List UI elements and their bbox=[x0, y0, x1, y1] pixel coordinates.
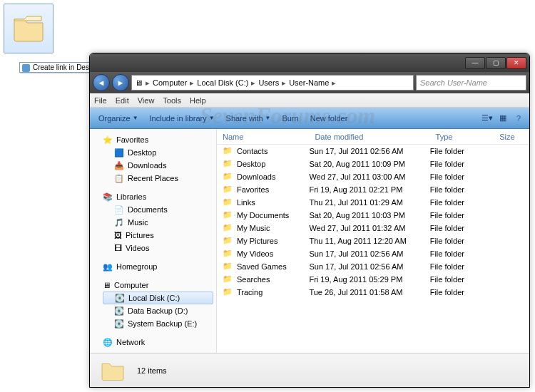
pictures-icon: 🖼 bbox=[114, 231, 122, 239]
drive-icon: 💽 bbox=[115, 294, 125, 303]
file-row[interactable]: 📁ContactsSun 17, Jul 2011 02:56 AMFile f… bbox=[217, 145, 529, 158]
nav-network[interactable]: 🌐Network bbox=[100, 336, 216, 349]
search-input[interactable]: Search User-Name bbox=[416, 75, 526, 91]
file-row[interactable]: 📁My PicturesThu 11, Aug 2011 12:20 AMFil… bbox=[217, 234, 529, 247]
organize-button[interactable]: Organize▼ bbox=[94, 112, 143, 125]
explorer-window: — ▢ ✕ ◄ ► 🖥 ▸ Computer▸ Local Disk (C:)▸… bbox=[89, 53, 530, 388]
nav-local-disk-c[interactable]: 💽Local Disk (C:) bbox=[103, 292, 213, 304]
folder-icon: 📁 bbox=[223, 223, 234, 233]
computer-icon: 🖥 bbox=[135, 78, 143, 87]
downloads-icon: 📥 bbox=[114, 161, 124, 170]
file-row[interactable]: 📁DownloadsWed 27, Jul 2011 03:00 AMFile … bbox=[217, 170, 529, 183]
maximize-button[interactable]: ▢ bbox=[486, 57, 506, 69]
file-type: File folder bbox=[430, 147, 494, 155]
file-name: Saved Games bbox=[237, 262, 287, 271]
desktop-drop-target[interactable] bbox=[0, 0, 71, 71]
file-row[interactable]: 📁TracingTue 26, Jul 2011 01:58 AMFile fo… bbox=[217, 286, 529, 299]
search-placeholder: Search User-Name bbox=[420, 78, 487, 87]
close-button[interactable]: ✕ bbox=[506, 57, 526, 69]
nav-recent[interactable]: 📋Recent Places bbox=[100, 172, 216, 185]
desktop-icon: 🟦 bbox=[114, 148, 124, 158]
col-name[interactable]: Name bbox=[217, 133, 309, 141]
file-date: Fri 19, Aug 2011 05:29 PM bbox=[309, 275, 429, 284]
file-list[interactable]: Name Date modified Type Size 📁ContactsSu… bbox=[217, 129, 529, 353]
file-row[interactable]: 📁DesktopSat 20, Aug 2011 10:09 PMFile fo… bbox=[217, 158, 529, 170]
column-headers[interactable]: Name Date modified Type Size bbox=[217, 129, 529, 145]
nav-downloads[interactable]: 📥Downloads bbox=[100, 159, 216, 172]
menu-help[interactable]: Help bbox=[190, 96, 206, 105]
file-date: Thu 21, Jul 2011 01:29 AM bbox=[309, 198, 429, 207]
libraries-icon: 📚 bbox=[103, 192, 113, 202]
file-name: Favorites bbox=[237, 185, 269, 194]
videos-icon: 🎞 bbox=[114, 244, 122, 252]
view-options-button[interactable]: ☰▾ bbox=[481, 112, 494, 125]
bc-computer[interactable]: Computer bbox=[153, 78, 187, 87]
col-size[interactable]: Size bbox=[494, 133, 529, 141]
menu-edit[interactable]: Edit bbox=[116, 96, 129, 105]
star-icon: ⭐ bbox=[103, 135, 113, 145]
bc-username[interactable]: User-Name bbox=[289, 78, 329, 87]
homegroup-icon: 👥 bbox=[103, 262, 113, 272]
folder-icon: 📁 bbox=[223, 197, 234, 207]
file-date: Sun 17, Jul 2011 02:56 AM bbox=[309, 262, 429, 271]
file-row[interactable]: 📁FavoritesFri 19, Aug 2011 02:21 PMFile … bbox=[217, 183, 529, 196]
file-row[interactable]: 📁LinksThu 21, Jul 2011 01:29 AMFile fold… bbox=[217, 196, 529, 209]
burn-button[interactable]: Burn bbox=[277, 112, 302, 125]
preview-pane-button[interactable]: ▦ bbox=[496, 112, 509, 125]
file-type: File folder bbox=[430, 172, 494, 181]
nav-favorites[interactable]: ⭐Favorites bbox=[100, 133, 216, 146]
nav-libraries[interactable]: 📚Libraries bbox=[100, 190, 216, 203]
folder-icon bbox=[100, 357, 126, 384]
file-date: Sat 20, Aug 2011 10:03 PM bbox=[309, 211, 429, 220]
folder-icon: 📁 bbox=[223, 210, 234, 220]
minimize-button[interactable]: — bbox=[465, 57, 485, 69]
file-date: Tue 26, Jul 2011 01:58 AM bbox=[309, 288, 429, 296]
include-library-button[interactable]: Include in library▼ bbox=[146, 112, 219, 125]
nav-bar: ◄ ► 🖥 ▸ Computer▸ Local Disk (C:)▸ Users… bbox=[90, 72, 529, 93]
file-row[interactable]: 📁SearchesFri 19, Aug 2011 05:29 PMFile f… bbox=[217, 273, 529, 286]
nav-pictures[interactable]: 🖼Pictures bbox=[100, 229, 216, 242]
nav-desktop[interactable]: 🟦Desktop bbox=[100, 146, 216, 159]
share-with-button[interactable]: Share with▼ bbox=[222, 112, 275, 125]
bc-drive[interactable]: Local Disk (C:) bbox=[197, 78, 248, 87]
menu-view[interactable]: View bbox=[138, 96, 155, 105]
file-name: Contacts bbox=[237, 147, 268, 155]
command-bar: Organize▼ Include in library▼ Share with… bbox=[90, 108, 529, 129]
chevron-down-icon: ▼ bbox=[265, 115, 271, 121]
file-type: File folder bbox=[430, 185, 494, 194]
file-row[interactable]: 📁My MusicWed 27, Jul 2011 01:32 AMFile f… bbox=[217, 222, 529, 234]
col-type[interactable]: Type bbox=[430, 133, 494, 141]
file-row[interactable]: 📁My VideosSun 17, Jul 2011 02:56 AMFile … bbox=[217, 247, 529, 260]
nav-videos[interactable]: 🎞Videos bbox=[100, 242, 216, 254]
help-button[interactable]: ? bbox=[512, 112, 525, 125]
file-date: Sun 17, Jul 2011 02:56 AM bbox=[309, 147, 429, 155]
computer-icon: 🖥 bbox=[103, 281, 111, 289]
file-name: My Videos bbox=[237, 249, 273, 258]
menu-bar: File Edit View Tools Help bbox=[90, 93, 529, 108]
file-row[interactable]: 📁Saved GamesSun 17, Jul 2011 02:56 AMFil… bbox=[217, 260, 529, 273]
nav-documents[interactable]: 📄Documents bbox=[100, 203, 216, 216]
col-date[interactable]: Date modified bbox=[309, 133, 429, 141]
nav-system-backup-e[interactable]: 💽System Backup (E:) bbox=[100, 317, 216, 330]
nav-data-backup-d[interactable]: 💽Data Backup (D:) bbox=[100, 304, 216, 317]
file-row[interactable]: 📁My DocumentsSat 20, Aug 2011 10:03 PMFi… bbox=[217, 209, 529, 222]
breadcrumb[interactable]: 🖥 ▸ Computer▸ Local Disk (C:)▸ Users▸ Us… bbox=[131, 75, 414, 91]
menu-file[interactable]: File bbox=[94, 96, 107, 105]
nav-music[interactable]: 🎵Music bbox=[100, 216, 216, 229]
file-date: Wed 27, Jul 2011 03:00 AM bbox=[309, 172, 429, 181]
folder-icon: 📁 bbox=[223, 287, 234, 297]
back-button[interactable]: ◄ bbox=[93, 74, 110, 91]
folder-icon: 📁 bbox=[223, 185, 234, 195]
bc-users[interactable]: Users bbox=[258, 78, 279, 87]
file-name: Tracing bbox=[237, 288, 263, 296]
status-text: 12 items bbox=[137, 366, 167, 375]
menu-tools[interactable]: Tools bbox=[163, 96, 181, 105]
folder-icon: 📁 bbox=[223, 172, 234, 182]
new-folder-button[interactable]: New folder bbox=[306, 112, 352, 125]
nav-homegroup[interactable]: 👥Homegroup bbox=[100, 260, 216, 273]
nav-pane: ⭐Favorites 🟦Desktop 📥Downloads 📋Recent P… bbox=[90, 129, 217, 353]
file-type: File folder bbox=[430, 211, 494, 220]
titlebar[interactable]: — ▢ ✕ bbox=[90, 53, 529, 72]
nav-computer[interactable]: 🖥Computer bbox=[100, 279, 216, 292]
forward-button[interactable]: ► bbox=[112, 74, 129, 91]
